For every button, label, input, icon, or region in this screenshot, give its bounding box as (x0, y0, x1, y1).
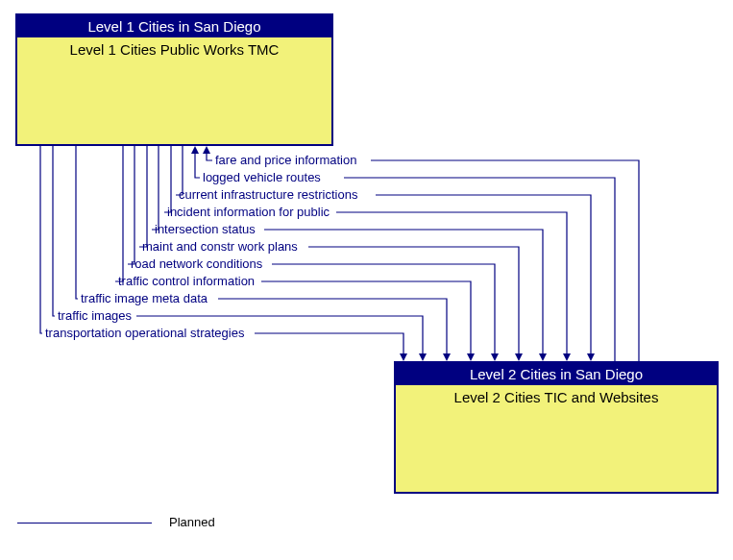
svg-marker-4 (539, 353, 547, 361)
flow-logged-routes: logged vehicle routes (203, 170, 321, 184)
box-level1-header: Level 1 Cities in San Diego (17, 15, 331, 37)
flow-traffic-meta: traffic image meta data (81, 291, 208, 305)
flow-infra-restrictions: current infrastructure restrictions (179, 187, 357, 202)
svg-marker-9 (419, 353, 427, 361)
svg-marker-2 (587, 353, 595, 361)
flow-fare-price: fare and price information (215, 153, 356, 167)
box-level2-tic: Level 2 Cities in San Diego Level 2 Citi… (394, 361, 719, 494)
flow-maint-constr: maint and constr work plans (142, 239, 298, 254)
flow-traffic-control: traffic control information (118, 274, 255, 288)
flow-road-network: road network conditions (131, 256, 262, 271)
legend-line-planned (17, 523, 152, 523)
box-level2-title: Level 2 Cities TIC and Websites (396, 385, 717, 409)
svg-marker-3 (563, 353, 571, 361)
svg-marker-1 (191, 146, 199, 154)
svg-marker-7 (467, 353, 475, 361)
svg-marker-5 (515, 353, 523, 361)
svg-marker-0 (203, 146, 210, 154)
flow-intersection-status: intersection status (155, 222, 256, 236)
box-level1-tmc: Level 1 Cities in San Diego Level 1 Citi… (15, 13, 333, 146)
svg-marker-8 (443, 353, 451, 361)
flow-traffic-images: traffic images (58, 308, 132, 323)
svg-marker-10 (400, 353, 407, 361)
flow-incident-info: incident information for public (167, 205, 330, 219)
box-level1-title: Level 1 Cities Public Works TMC (17, 37, 331, 61)
legend-label-planned: Planned (169, 515, 215, 529)
flow-op-strategies: transportation operational strategies (45, 326, 244, 340)
box-level2-header: Level 2 Cities in San Diego (396, 363, 717, 385)
svg-marker-6 (491, 353, 499, 361)
